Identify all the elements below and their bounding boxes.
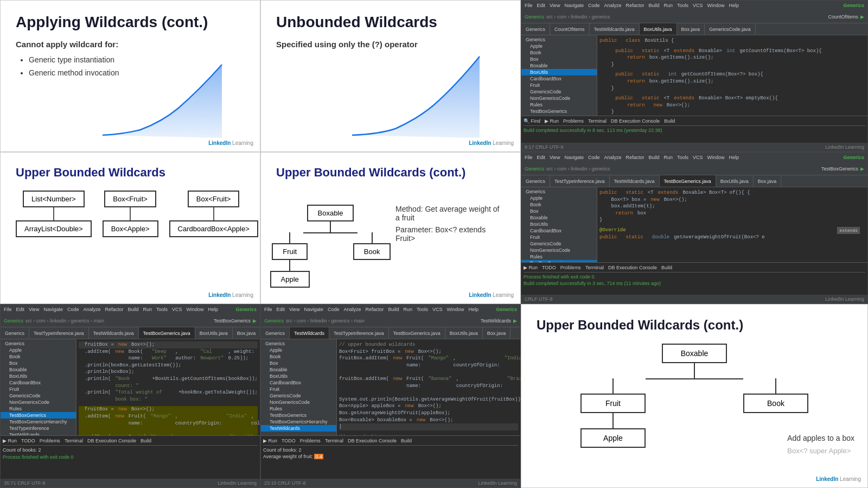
tree5-boxutils[interactable]: BoxUtils (261, 373, 336, 379)
menu4-window[interactable]: Window (187, 307, 204, 312)
menu4-tools[interactable]: Tools (156, 307, 168, 312)
treert-nongenerics[interactable]: NonGenericsCode (521, 95, 597, 102)
tree5-nongenerics[interactable]: NonGenericsCode (261, 399, 336, 405)
tabrb-generics[interactable]: Generics (521, 175, 550, 187)
tab4-todo[interactable]: TODO (21, 438, 35, 443)
treert-book[interactable]: Book (521, 49, 597, 56)
tabrb-todo[interactable]: TODO (542, 265, 556, 270)
treert-fruit[interactable]: Fruit (521, 82, 597, 88)
tree4-nongenerics[interactable]: NonGenericsCode (1, 399, 76, 405)
tree5-cardboard[interactable]: CardboardBox (261, 379, 336, 386)
tree5-box[interactable]: Box (261, 360, 336, 366)
tree4-testboxgen[interactable]: TestBoxGenerics (1, 412, 76, 419)
tree5-book[interactable]: Book (261, 353, 336, 360)
tabrb-terminal[interactable]: Terminal (585, 265, 604, 270)
menurb-tools[interactable]: Tools (677, 155, 688, 160)
menurb-run[interactable]: Run (664, 155, 673, 160)
tabrb-testtypeinf[interactable]: TestTypeInference.java (550, 175, 610, 187)
tree5-testboxgen[interactable]: TestBoxGenerics (261, 412, 336, 419)
tree4-book[interactable]: Book (1, 353, 76, 360)
menu5-vcs[interactable]: VCS (432, 307, 443, 312)
proj4-selector[interactable]: Generics (4, 318, 23, 324)
tabrt-build[interactable]: Build (664, 118, 675, 124)
menu5-analyze[interactable]: Analyze (343, 307, 361, 312)
tab5-problems[interactable]: Problems (300, 438, 321, 443)
menurb-window[interactable]: Window (707, 155, 725, 160)
treerb-book[interactable]: Book (521, 201, 597, 208)
tree4-boxutils[interactable]: BoxUtils (1, 373, 76, 379)
tree5-generics[interactable]: Generics (261, 340, 336, 347)
menurb-view[interactable]: View (550, 155, 560, 160)
menurt-navigate[interactable]: Navigate (564, 3, 584, 8)
tree5-boxable[interactable]: Boxable (261, 366, 336, 373)
tabrb-testwild[interactable]: TestWildcards.java (610, 175, 660, 187)
treert-box[interactable]: Box (521, 56, 597, 62)
tree5-testboxhier[interactable]: TestBoxGenericsHierarchy (261, 419, 336, 425)
menurt-analyze[interactable]: Analyze (604, 3, 621, 8)
treert-testboxgen[interactable]: TestBoxGenerics (521, 108, 597, 115)
menu5-view[interactable]: View (289, 307, 299, 312)
menurb-navigate[interactable]: Navigate (564, 155, 584, 160)
tab4-testwildcards[interactable]: TestWildcards.java (89, 327, 139, 339)
tabrb-testboxgen[interactable]: TestBoxGenerics.java (660, 175, 716, 187)
treert-cardboard[interactable]: CardboardBox (521, 75, 597, 82)
menurb-vcs[interactable]: VCS (693, 155, 703, 160)
menu4-edit[interactable]: Edit (16, 307, 25, 312)
treerb-box[interactable]: Box (521, 208, 597, 214)
treert-boxable[interactable]: Boxable (521, 62, 597, 69)
menu4-build[interactable]: Build (127, 307, 138, 312)
menurb-file[interactable]: File (525, 155, 533, 160)
tree4-apple[interactable]: Apple (1, 347, 76, 353)
menurt-window[interactable]: Window (707, 3, 725, 8)
menu5-run[interactable]: Run (404, 307, 413, 312)
tab4-db[interactable]: DB Execution Console (87, 438, 136, 443)
menu5-refactor[interactable]: Refactor (365, 307, 384, 312)
menurb-refactor[interactable]: Refactor (626, 155, 644, 160)
menurt-file[interactable]: File (525, 3, 533, 8)
tabrt-terminal[interactable]: Terminal (588, 118, 607, 124)
tab4-box[interactable]: Box.java (233, 327, 260, 339)
tab4-build[interactable]: Build (141, 438, 151, 443)
run-button-5[interactable]: ▶ (513, 318, 517, 324)
treerb-boxutils[interactable]: BoxUtils (521, 221, 597, 227)
tab4-testtypeinf[interactable]: TestTypeInference.java (29, 327, 89, 339)
tab5-testtypeinf[interactable]: TestTypeInference.java (329, 327, 389, 339)
menurt-build[interactable]: Build (648, 3, 659, 8)
tab4-boxutils[interactable]: BoxUtils.java (195, 327, 233, 339)
tab5-boxutils[interactable]: BoxUtils.java (445, 327, 483, 339)
tree4-box[interactable]: Box (1, 360, 76, 366)
treert-boxutils[interactable]: BoxUtils (521, 69, 597, 75)
tree4-genericsCode[interactable]: GenericsCode (1, 392, 76, 399)
tabrb-run-btn[interactable]: ▶ Run (524, 265, 538, 270)
treerb-nongenerics[interactable]: NonGenericsCode (521, 247, 597, 253)
tabrt-generics[interactable]: Generics (521, 23, 550, 35)
menu4-view[interactable]: View (29, 307, 39, 312)
treert-apple[interactable]: Apple (521, 43, 597, 49)
tree5-fruit[interactable]: Fruit (261, 386, 336, 392)
menu5-code[interactable]: Code (328, 307, 340, 312)
tab5-testboxgen[interactable]: TestBoxGenerics.java (389, 327, 445, 339)
menurt-vcs[interactable]: VCS (693, 3, 703, 8)
treerb-boxable[interactable]: Boxable (521, 214, 597, 221)
tab4-problems[interactable]: Problems (40, 438, 60, 443)
tree5-genericsCode[interactable]: GenericsCode (261, 392, 336, 399)
treert-rules[interactable]: Rules (521, 102, 597, 108)
treerb-fruit[interactable]: Fruit (521, 234, 597, 240)
menu5-help[interactable]: Help (469, 307, 479, 312)
tabrt-run-btn[interactable]: ▶ Run (545, 118, 559, 124)
menu5-window[interactable]: Window (447, 307, 464, 312)
tab5-box[interactable]: Box.java (483, 327, 511, 339)
tree4-generics[interactable]: Generics (1, 340, 76, 347)
tabrt-boxutils[interactable]: BoxUtils.java (640, 23, 677, 35)
tabrb-boxutils[interactable]: BoxUtils.java (716, 175, 754, 187)
menu4-navigate[interactable]: Navigate (43, 307, 63, 312)
tab5-terminal[interactable]: Terminal (325, 438, 343, 443)
treerb-apple[interactable]: Apple (521, 195, 597, 201)
menu4-help[interactable]: Help (208, 307, 219, 312)
tab5-build[interactable]: Build (401, 438, 412, 443)
menu5-file[interactable]: File (264, 307, 272, 312)
tab5-db[interactable]: DB Execution Console (348, 438, 397, 443)
tabrt-find[interactable]: 🔍 Find (524, 118, 540, 124)
menu4-refactor[interactable]: Refactor (105, 307, 123, 312)
tabrt-countofitems[interactable]: CountOfItems (550, 23, 590, 35)
